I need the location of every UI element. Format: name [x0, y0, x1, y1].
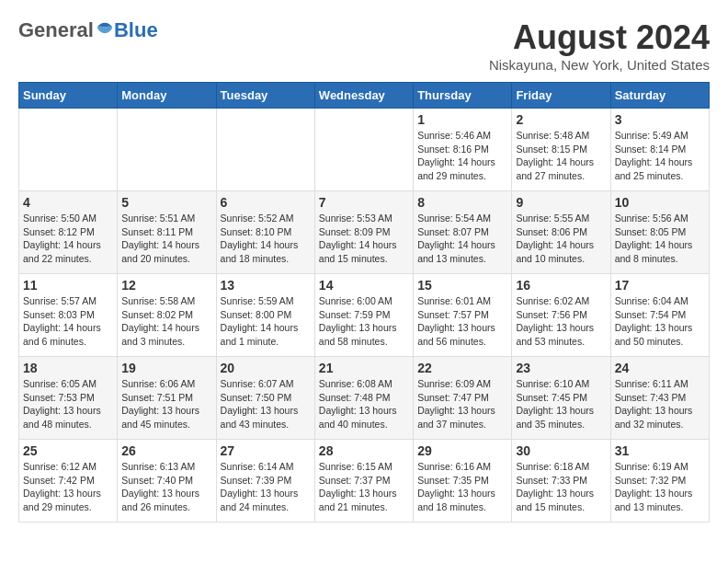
calendar-row-4: 18Sunrise: 6:05 AM Sunset: 7:53 PM Dayli…: [19, 357, 710, 440]
day-number: 20: [221, 361, 311, 375]
calendar-cell: 3Sunrise: 5:49 AM Sunset: 8:14 PM Daylig…: [610, 109, 709, 191]
logo-icon: [96, 21, 114, 40]
calendar-cell: 24Sunrise: 6:11 AM Sunset: 7:43 PM Dayli…: [610, 357, 709, 440]
calendar-row-3: 11Sunrise: 5:57 AM Sunset: 8:03 PM Dayli…: [19, 274, 710, 357]
calendar-cell: 13Sunrise: 5:59 AM Sunset: 8:00 PM Dayli…: [216, 274, 314, 357]
day-content: Sunrise: 6:02 AM Sunset: 7:56 PM Dayligh…: [516, 294, 606, 349]
day-content: Sunrise: 5:54 AM Sunset: 8:07 PM Dayligh…: [417, 212, 507, 266]
calendar-cell: 5Sunrise: 5:51 AM Sunset: 8:11 PM Daylig…: [118, 191, 216, 274]
day-content: Sunrise: 5:57 AM Sunset: 8:03 PM Dayligh…: [23, 294, 113, 349]
day-content: Sunrise: 5:46 AM Sunset: 8:16 PM Dayligh…: [417, 129, 507, 183]
day-number: 13: [221, 278, 311, 293]
day-content: Sunrise: 6:10 AM Sunset: 7:45 PM Dayligh…: [516, 377, 606, 431]
location: Niskayuna, New York, United States: [489, 57, 710, 73]
day-content: Sunrise: 6:15 AM Sunset: 7:37 PM Dayligh…: [319, 460, 409, 514]
day-number: 31: [615, 443, 705, 458]
day-content: Sunrise: 5:53 AM Sunset: 8:09 PM Dayligh…: [319, 212, 409, 266]
day-content: Sunrise: 6:06 AM Sunset: 7:51 PM Dayligh…: [121, 377, 211, 431]
day-content: Sunrise: 6:18 AM Sunset: 7:33 PM Dayligh…: [516, 460, 606, 514]
calendar-cell: [118, 109, 216, 191]
calendar-cell: 18Sunrise: 6:05 AM Sunset: 7:53 PM Dayli…: [19, 357, 118, 440]
weekday-header-thursday: Thursday: [414, 83, 512, 109]
day-content: Sunrise: 6:19 AM Sunset: 7:32 PM Dayligh…: [615, 460, 705, 514]
calendar-cell: 2Sunrise: 5:48 AM Sunset: 8:15 PM Daylig…: [512, 109, 610, 191]
calendar-cell: 27Sunrise: 6:14 AM Sunset: 7:39 PM Dayli…: [216, 440, 314, 523]
day-content: Sunrise: 6:07 AM Sunset: 7:50 PM Dayligh…: [221, 377, 311, 431]
day-content: Sunrise: 6:04 AM Sunset: 7:54 PM Dayligh…: [615, 294, 705, 349]
calendar-cell: 16Sunrise: 6:02 AM Sunset: 7:56 PM Dayli…: [512, 274, 610, 357]
day-content: Sunrise: 5:48 AM Sunset: 8:15 PM Dayligh…: [516, 129, 606, 183]
day-number: 9: [516, 195, 606, 210]
weekday-header-row: SundayMondayTuesdayWednesdayThursdayFrid…: [19, 83, 710, 109]
day-number: 14: [319, 278, 409, 293]
day-content: Sunrise: 6:13 AM Sunset: 7:40 PM Dayligh…: [121, 460, 211, 514]
day-content: Sunrise: 6:14 AM Sunset: 7:39 PM Dayligh…: [221, 460, 311, 514]
day-number: 1: [417, 112, 507, 127]
day-content: Sunrise: 6:05 AM Sunset: 7:53 PM Dayligh…: [23, 377, 113, 431]
day-content: Sunrise: 5:51 AM Sunset: 8:11 PM Dayligh…: [121, 212, 211, 266]
day-content: Sunrise: 6:12 AM Sunset: 7:42 PM Dayligh…: [23, 460, 113, 514]
calendar-cell: 25Sunrise: 6:12 AM Sunset: 7:42 PM Dayli…: [19, 440, 118, 523]
calendar-table: SundayMondayTuesdayWednesdayThursdayFrid…: [18, 82, 710, 523]
weekday-header-saturday: Saturday: [610, 83, 709, 109]
day-number: 12: [121, 278, 211, 293]
day-number: 30: [516, 443, 606, 458]
calendar-cell: 17Sunrise: 6:04 AM Sunset: 7:54 PM Dayli…: [610, 274, 709, 357]
day-number: 22: [417, 361, 507, 375]
day-content: Sunrise: 5:50 AM Sunset: 8:12 PM Dayligh…: [23, 212, 113, 266]
day-content: Sunrise: 6:08 AM Sunset: 7:48 PM Dayligh…: [319, 377, 409, 431]
day-number: 5: [121, 195, 211, 210]
day-number: 25: [23, 443, 113, 458]
calendar-row-1: 1Sunrise: 5:46 AM Sunset: 8:16 PM Daylig…: [19, 109, 710, 191]
day-number: 2: [516, 112, 606, 127]
day-number: 3: [615, 112, 705, 127]
calendar-cell: 6Sunrise: 5:52 AM Sunset: 8:10 PM Daylig…: [216, 191, 314, 274]
day-content: Sunrise: 5:58 AM Sunset: 8:02 PM Dayligh…: [121, 294, 211, 349]
calendar-cell: 19Sunrise: 6:06 AM Sunset: 7:51 PM Dayli…: [118, 357, 216, 440]
page-header: General Blue August 2024 Niskayuna, New …: [18, 18, 710, 73]
day-number: 17: [615, 278, 705, 293]
day-number: 6: [221, 195, 311, 210]
weekday-header-friday: Friday: [512, 83, 610, 109]
calendar-row-5: 25Sunrise: 6:12 AM Sunset: 7:42 PM Dayli…: [19, 440, 710, 523]
logo-general: General: [18, 18, 94, 42]
day-content: Sunrise: 5:59 AM Sunset: 8:00 PM Dayligh…: [221, 294, 311, 349]
calendar-cell: 20Sunrise: 6:07 AM Sunset: 7:50 PM Dayli…: [216, 357, 314, 440]
day-content: Sunrise: 6:01 AM Sunset: 7:57 PM Dayligh…: [417, 294, 507, 349]
weekday-header-wednesday: Wednesday: [314, 83, 413, 109]
day-content: Sunrise: 5:49 AM Sunset: 8:14 PM Dayligh…: [615, 129, 705, 183]
day-number: 23: [516, 361, 606, 375]
weekday-header-tuesday: Tuesday: [216, 83, 314, 109]
calendar-cell: 28Sunrise: 6:15 AM Sunset: 7:37 PM Dayli…: [314, 440, 413, 523]
month-year: August 2024: [489, 18, 710, 57]
day-content: Sunrise: 5:52 AM Sunset: 8:10 PM Dayligh…: [221, 212, 311, 266]
day-number: 24: [615, 361, 705, 375]
calendar-cell: 21Sunrise: 6:08 AM Sunset: 7:48 PM Dayli…: [314, 357, 413, 440]
calendar-cell: [216, 109, 314, 191]
calendar-cell: 14Sunrise: 6:00 AM Sunset: 7:59 PM Dayli…: [314, 274, 413, 357]
logo-blue: Blue: [114, 18, 158, 42]
day-number: 11: [23, 278, 113, 293]
day-number: 28: [319, 443, 409, 458]
calendar-cell: 31Sunrise: 6:19 AM Sunset: 7:32 PM Dayli…: [610, 440, 709, 523]
day-number: 4: [23, 195, 113, 210]
day-number: 10: [615, 195, 705, 210]
day-number: 27: [221, 443, 311, 458]
calendar-cell: 8Sunrise: 5:54 AM Sunset: 8:07 PM Daylig…: [414, 191, 512, 274]
day-content: Sunrise: 6:11 AM Sunset: 7:43 PM Dayligh…: [615, 377, 705, 431]
calendar-cell: [314, 109, 413, 191]
day-content: Sunrise: 6:00 AM Sunset: 7:59 PM Dayligh…: [319, 294, 409, 349]
day-number: 15: [417, 278, 507, 293]
calendar-cell: 23Sunrise: 6:10 AM Sunset: 7:45 PM Dayli…: [512, 357, 610, 440]
calendar-cell: 4Sunrise: 5:50 AM Sunset: 8:12 PM Daylig…: [19, 191, 118, 274]
day-number: 26: [121, 443, 211, 458]
calendar-cell: 30Sunrise: 6:18 AM Sunset: 7:33 PM Dayli…: [512, 440, 610, 523]
day-content: Sunrise: 5:56 AM Sunset: 8:05 PM Dayligh…: [615, 212, 705, 266]
calendar-cell: 22Sunrise: 6:09 AM Sunset: 7:47 PM Dayli…: [414, 357, 512, 440]
day-number: 8: [417, 195, 507, 210]
calendar-cell: 15Sunrise: 6:01 AM Sunset: 7:57 PM Dayli…: [414, 274, 512, 357]
day-content: Sunrise: 6:09 AM Sunset: 7:47 PM Dayligh…: [417, 377, 507, 431]
day-number: 7: [319, 195, 409, 210]
title-section: August 2024 Niskayuna, New York, United …: [489, 18, 710, 73]
calendar-cell: 9Sunrise: 5:55 AM Sunset: 8:06 PM Daylig…: [512, 191, 610, 274]
